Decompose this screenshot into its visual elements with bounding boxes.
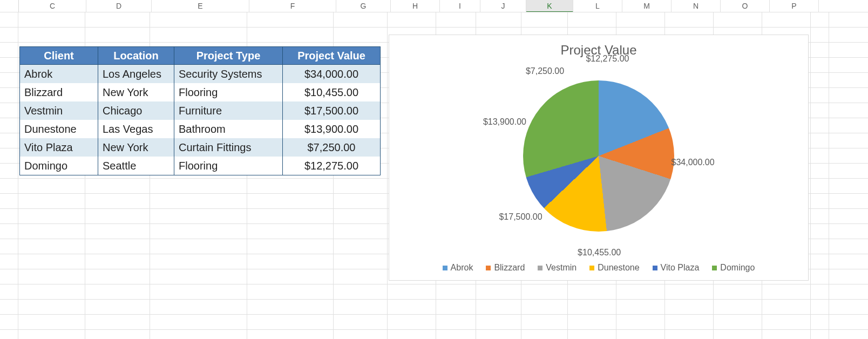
cell-project_type[interactable]: Security Systems xyxy=(174,65,283,84)
data-label: $17,500.00 xyxy=(499,212,542,222)
legend-label: Domingo xyxy=(720,263,755,273)
cell-client[interactable]: Domingo xyxy=(20,157,98,175)
column-header-H[interactable]: H xyxy=(391,0,440,12)
column-header-J[interactable]: J xyxy=(480,0,526,12)
column-header-K[interactable]: K xyxy=(526,0,573,12)
cell-location[interactable]: Los Angeles xyxy=(98,65,174,84)
column-header-C[interactable]: C xyxy=(19,0,86,12)
legend-item[interactable]: Abrok xyxy=(443,263,473,273)
table-header-row: Client Location Project Type Project Val… xyxy=(20,47,381,65)
legend-swatch xyxy=(443,266,447,270)
cell-client[interactable]: Abrok xyxy=(20,65,98,84)
column-header-L[interactable]: L xyxy=(573,0,622,12)
select-all-corner[interactable] xyxy=(0,0,19,12)
chart-legend[interactable]: AbrokBlizzardVestminDunestoneVito PlazaD… xyxy=(389,263,808,273)
column-header-O[interactable]: O xyxy=(721,0,770,12)
data-label: $10,455.00 xyxy=(578,248,621,257)
cell-project_type[interactable]: Flooring xyxy=(174,83,283,101)
column-header-G[interactable]: G xyxy=(336,0,391,12)
data-label: $13,900.00 xyxy=(483,117,526,127)
table-row: AbrokLos AngelesSecurity Systems$34,000.… xyxy=(20,65,381,84)
pie-graphic[interactable] xyxy=(523,80,674,232)
col-header-client[interactable]: Client xyxy=(20,47,98,65)
data-label: $12,275.00 xyxy=(586,54,629,64)
legend-item[interactable]: Vito Plaza xyxy=(653,263,700,273)
cell-project_type[interactable]: Bathroom xyxy=(174,120,283,138)
legend-label: Abrok xyxy=(451,263,473,273)
table-row: BlizzardNew YorkFlooring$10,455.00 xyxy=(20,83,381,101)
legend-item[interactable]: Vestmin xyxy=(538,263,577,273)
cell-project_value[interactable]: $12,275.00 xyxy=(283,157,381,175)
cell-project_type[interactable]: Flooring xyxy=(174,157,283,175)
cell-location[interactable]: Seattle xyxy=(98,157,174,175)
cell-project_value[interactable]: $34,000.00 xyxy=(283,65,381,84)
column-header-E[interactable]: E xyxy=(152,0,249,12)
legend-label: Blizzard xyxy=(494,263,525,273)
column-header-D[interactable]: D xyxy=(86,0,152,12)
legend-label: Vestmin xyxy=(546,263,577,273)
legend-label: Vito Plaza xyxy=(661,263,700,273)
cell-location[interactable]: Las Vegas xyxy=(98,120,174,138)
legend-swatch xyxy=(538,266,542,270)
column-header-F[interactable]: F xyxy=(249,0,336,12)
cell-project_value[interactable]: $7,250.00 xyxy=(283,138,381,157)
cell-project_value[interactable]: $17,500.00 xyxy=(283,101,381,120)
cell-client[interactable]: Vestmin xyxy=(20,101,98,120)
column-header-row: CDEFGHIJKLMNOP xyxy=(0,0,868,12)
table-row: Vito PlazaNew YorkCurtain Fittings$7,250… xyxy=(20,138,381,157)
legend-swatch xyxy=(486,266,491,270)
cell-location[interactable]: New York xyxy=(98,138,174,157)
table-row: VestminChicagoFurniture$17,500.00 xyxy=(20,101,381,120)
column-header-N[interactable]: N xyxy=(672,0,721,12)
column-header-I[interactable]: I xyxy=(440,0,480,12)
col-header-location[interactable]: Location xyxy=(98,47,174,65)
data-label: $34,000.00 xyxy=(672,158,715,167)
col-header-project-value[interactable]: Project Value xyxy=(283,47,381,65)
pie-chart-container[interactable]: Project Value $34,000.00$10,455.00$17,50… xyxy=(389,35,809,281)
table-row: DunestoneLas VegasBathroom$13,900.00 xyxy=(20,120,381,138)
col-header-project-type[interactable]: Project Type xyxy=(174,47,283,65)
legend-swatch xyxy=(589,266,594,270)
cell-client[interactable]: Dunestone xyxy=(20,120,98,138)
legend-item[interactable]: Blizzard xyxy=(486,263,525,273)
legend-label: Dunestone xyxy=(598,263,639,273)
column-header-M[interactable]: M xyxy=(622,0,672,12)
cell-project_value[interactable]: $10,455.00 xyxy=(283,83,381,101)
cell-project_value[interactable]: $13,900.00 xyxy=(283,120,381,138)
cell-project_type[interactable]: Furniture xyxy=(174,101,283,120)
table-row: DomingoSeattleFlooring$12,275.00 xyxy=(20,157,381,175)
legend-item[interactable]: Domingo xyxy=(712,263,755,273)
project-table[interactable]: Client Location Project Type Project Val… xyxy=(19,46,381,175)
cell-client[interactable]: Vito Plaza xyxy=(20,138,98,157)
cell-location[interactable]: New York xyxy=(98,83,174,101)
legend-swatch xyxy=(653,266,657,270)
cell-project_type[interactable]: Curtain Fittings xyxy=(174,138,283,157)
pie-plot-area[interactable]: $34,000.00$10,455.00$17,500.00$13,900.00… xyxy=(389,70,808,242)
column-header-P[interactable]: P xyxy=(770,0,819,12)
legend-swatch xyxy=(712,266,717,270)
legend-item[interactable]: Dunestone xyxy=(589,263,639,273)
cell-location[interactable]: Chicago xyxy=(98,101,174,120)
data-label: $7,250.00 xyxy=(526,66,564,76)
cell-client[interactable]: Blizzard xyxy=(20,83,98,101)
